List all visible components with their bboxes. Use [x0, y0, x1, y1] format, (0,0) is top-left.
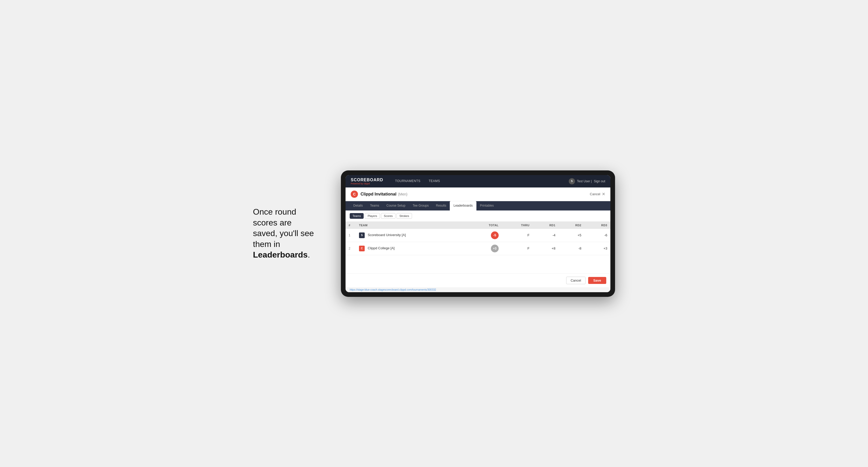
rd3-1: -6: [585, 229, 610, 242]
nav-links: TOURNAMENTS TEAMS: [391, 175, 569, 187]
tournament-logo: C: [351, 191, 358, 198]
leaderboard-content: # TEAM TOTAL THRU RD1 RD2 RD3 1: [345, 222, 610, 273]
team-name-2: Clippd College [A]: [368, 246, 395, 250]
leaderboard-table: # TEAM TOTAL THRU RD1 RD2 RD3 1: [345, 222, 610, 255]
total-cell-2: +3: [468, 242, 502, 255]
footer: Cancel Save: [345, 273, 610, 287]
left-description: Once round scores are saved, you'll see …: [253, 207, 326, 260]
tablet-device: SCOREBOARD Powered by clippd TOURNAMENTS…: [341, 170, 615, 297]
col-total: TOTAL: [468, 222, 502, 229]
footer-cancel-button[interactable]: Cancel: [566, 277, 585, 284]
score-badge-1: -5: [491, 231, 499, 239]
tab-teams[interactable]: Teams: [367, 201, 383, 211]
tournament-name: Clippd Invitational: [361, 192, 397, 196]
rank-1: 1: [349, 234, 350, 237]
col-rd1: RD1: [532, 222, 558, 229]
filter-row: Teams Players Scores Strokes: [345, 211, 610, 222]
col-rd2: RD2: [558, 222, 584, 229]
rd3-2: +3: [585, 242, 610, 255]
col-rank: #: [345, 222, 356, 229]
total-cell-1: -5: [468, 229, 502, 242]
avatar: S: [569, 178, 575, 184]
table-row: 2 C Clippd College [A] +3 F +8 -8 +3: [345, 242, 610, 255]
close-icon: ✕: [602, 192, 605, 196]
tab-results[interactable]: Results: [432, 201, 450, 211]
filter-strokes[interactable]: Strokes: [397, 213, 412, 219]
rd2-2: -8: [558, 242, 584, 255]
filter-players[interactable]: Players: [365, 213, 380, 219]
url-bar: https://stage-blue-coach.stagescorecboar…: [345, 287, 610, 292]
thru-1: F: [502, 229, 532, 242]
rd1-1: -4: [532, 229, 558, 242]
top-navigation: SCOREBOARD Powered by clippd TOURNAMENTS…: [345, 175, 610, 187]
col-thru: THRU: [502, 222, 532, 229]
rank-2: 2: [349, 247, 350, 250]
team-name-1: Scoreboard University [A]: [368, 233, 406, 237]
tab-details[interactable]: Details: [350, 201, 367, 211]
tab-tee-groups[interactable]: Tee Groups: [409, 201, 432, 211]
tab-printables[interactable]: Printables: [476, 201, 497, 211]
thru-2: F: [502, 242, 532, 255]
tournament-gender: (Men): [398, 192, 408, 196]
table-row: 1 S Scoreboard University [A] -5 F -4 +5: [345, 229, 610, 242]
team-cell-1: S Scoreboard University [A]: [356, 229, 468, 242]
team-logo-2: C: [359, 246, 365, 251]
table-header-row: # TEAM TOTAL THRU RD1 RD2 RD3: [345, 222, 610, 229]
tablet-screen: SCOREBOARD Powered by clippd TOURNAMENTS…: [345, 175, 610, 292]
nav-teams[interactable]: TEAMS: [425, 175, 444, 187]
rd2-1: +5: [558, 229, 584, 242]
filter-teams[interactable]: Teams: [350, 213, 364, 219]
team-logo-1: S: [359, 232, 365, 238]
app-logo: SCOREBOARD Powered by clippd: [351, 178, 383, 185]
rd1-2: +8: [532, 242, 558, 255]
filter-scores[interactable]: Scores: [381, 213, 396, 219]
col-rd3: RD3: [585, 222, 610, 229]
nav-tournaments[interactable]: TOURNAMENTS: [391, 175, 425, 187]
sub-tab-bar: Details Teams Course Setup Tee Groups Re…: [345, 201, 610, 211]
team-cell-2: C Clippd College [A]: [356, 242, 468, 255]
cancel-button[interactable]: Cancel ✕: [590, 192, 605, 196]
footer-save-button[interactable]: Save: [588, 277, 606, 284]
tournament-header: C Clippd Invitational (Men) Cancel ✕: [345, 187, 610, 201]
tab-course-setup[interactable]: Course Setup: [383, 201, 409, 211]
nav-user-area: S Test User | Sign out: [569, 178, 605, 184]
tab-leaderboards[interactable]: Leaderboards: [450, 201, 476, 211]
score-badge-2: +3: [491, 245, 499, 252]
col-team: TEAM: [356, 222, 468, 229]
